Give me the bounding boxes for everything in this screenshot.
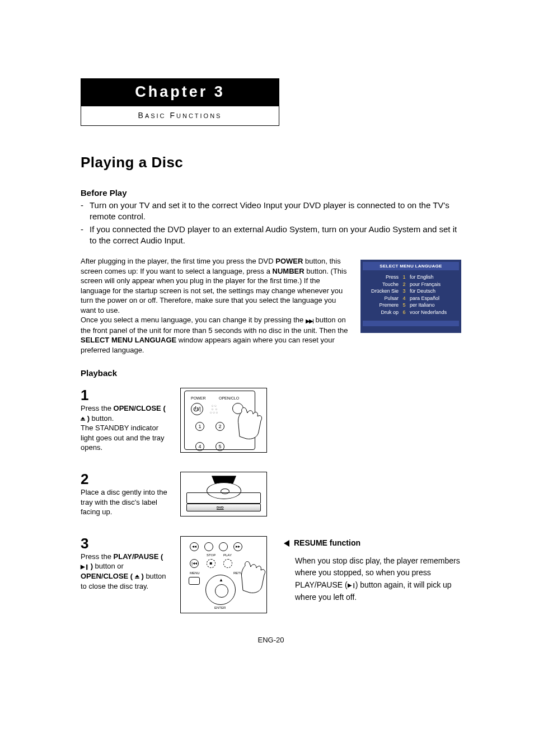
resume-heading: RESUME function — [284, 537, 461, 550]
led-dots: ○ ○ ○ ○○ ○ ○ — [210, 404, 218, 414]
playback-heading: Playback — [81, 368, 461, 378]
step-number: 1 — [81, 388, 170, 402]
play-pause-icon — [348, 581, 355, 590]
skip-forward-icon — [306, 316, 313, 326]
play-pause-icon — [81, 563, 88, 571]
dvd-label: DVD — [217, 506, 224, 509]
chapter-block: Chapter 3 BASIC FUNCTIONS — [81, 78, 279, 126]
hand-icon — [241, 557, 267, 596]
illustration-remote-playback: ◂◂ ▸▸ STOP PLAY |◂◂ ■ MENU RETURN ▲ ENTE… — [180, 536, 267, 613]
step-1-text: Press the OPEN/CLOSE ( ) button. The STA… — [81, 403, 170, 453]
language-note-row: After plugging in the player, the first … — [81, 256, 461, 355]
eject-icon — [135, 575, 139, 579]
illustration-remote-top: POWER OPEN/CLO ⏻/| ○ ○ ○ ○○ ○ ○ 1 2 4 5 — [180, 388, 267, 453]
before-play-heading: Before Play — [81, 188, 461, 198]
nav-pad-icon: ▲ — [205, 575, 236, 605]
illustration-disc-tray: DVD — [180, 472, 267, 516]
eject-icon — [81, 417, 85, 421]
step-number: 3 — [81, 536, 170, 551]
step-3-row: 3 Press the PLAY/PAUSE ( ) button or OPE… — [81, 536, 461, 613]
lang-row: Press1for English — [360, 274, 461, 281]
lang-row: Pulsar4para Español — [360, 295, 461, 302]
before-play-item: - If you connected the DVD player to an … — [81, 224, 461, 247]
stop-icon: ■ — [207, 559, 216, 568]
before-play-text-2: If you connected the DVD player to an ex… — [90, 224, 461, 247]
lang-row: Druk op6voor Nederlands — [360, 309, 461, 316]
step-number: 2 — [81, 472, 170, 486]
lang-row: Premere5per Italiano — [360, 302, 461, 309]
before-play-text-1: Turn on your TV and set it to the correc… — [90, 200, 461, 223]
play-icon — [223, 559, 232, 568]
chapter-subtitle: BASIC FUNCTIONS — [81, 106, 279, 125]
resume-function-block: RESUME function When you stop disc play,… — [284, 536, 461, 603]
step-2-text: Place a disc gently into the tray with t… — [81, 487, 170, 517]
language-note-text: After plugging in the player, the first … — [81, 256, 349, 355]
before-play-item: - Turn on your TV and set it to the corr… — [81, 200, 461, 223]
rewind-icon: ◂◂ — [190, 542, 199, 551]
lang-row: Touche2pour Français — [360, 281, 461, 288]
step-1: 1 Press the OPEN/CLOSE ( ) button. The S… — [81, 388, 461, 453]
select-language-screen: SELECT MENU LANGUAGE Press1for English T… — [360, 260, 461, 333]
resume-text: When you stop disc play, the player reme… — [284, 555, 461, 604]
prev-track-icon: |◂◂ — [190, 559, 199, 568]
page: Chapter 3 BASIC FUNCTIONS Playing a Disc… — [0, 0, 534, 678]
select-language-title: SELECT MENU LANGUAGE — [363, 262, 459, 270]
before-play-list: - Turn on your TV and set it to the corr… — [81, 200, 461, 246]
step-3-text: Press the PLAY/PAUSE ( ) button or OPEN/… — [81, 552, 170, 591]
page-title: Playing a Disc — [81, 154, 461, 171]
step-2: 2 Place a disc gently into the tray with… — [81, 472, 461, 517]
lang-row: Drücken Sie3für Deutsch — [360, 288, 461, 295]
triangle-left-icon — [284, 540, 289, 547]
page-number: ENG-20 — [81, 636, 461, 644]
chapter-title: Chapter 3 — [81, 79, 279, 106]
fast-forward-icon: ▸▸ — [233, 542, 242, 551]
menu-button-icon — [189, 577, 200, 585]
hand-icon — [236, 402, 267, 441]
chapter-subtitle-text: BASIC FUNCTIONS — [138, 111, 222, 120]
